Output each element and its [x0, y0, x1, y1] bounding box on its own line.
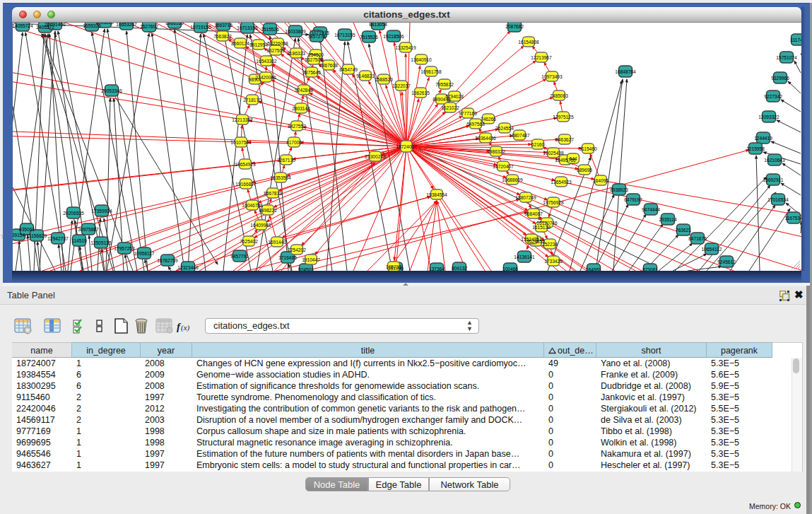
svg-text:8498222: 8498222: [259, 208, 277, 213]
svg-text:1527602: 1527602: [140, 24, 158, 29]
svg-text:1167534: 1167534: [784, 216, 801, 221]
svg-text:417006: 417006: [286, 140, 302, 145]
svg-text:164095: 164095: [593, 178, 608, 183]
svg-text:14136141: 14136141: [514, 255, 535, 259]
svg-text:7254202: 7254202: [288, 247, 306, 252]
svg-text:16210643: 16210643: [764, 158, 785, 163]
svg-text:8938923: 8938923: [610, 187, 628, 192]
svg-text:3267130: 3267130: [277, 158, 295, 163]
svg-text:14055724: 14055724: [13, 23, 33, 28]
svg-text:17016534: 17016534: [767, 197, 789, 202]
svg-text:8567833: 8567833: [264, 191, 282, 196]
svg-text:16033809: 16033809: [285, 29, 306, 34]
svg-text:1322037: 1322037: [392, 83, 411, 88]
svg-text:1691440: 1691440: [268, 240, 286, 245]
svg-text:9327508: 9327508: [305, 57, 323, 62]
svg-text:53226058: 53226058: [267, 41, 288, 46]
svg-text:9684067: 9684067: [524, 211, 543, 216]
svg-text:7625402: 7625402: [240, 239, 258, 244]
svg-text:9329966: 9329966: [771, 76, 789, 81]
svg-text:644: 644: [569, 156, 577, 161]
svg-text:1733426: 1733426: [544, 259, 563, 264]
svg-text:2087682: 2087682: [505, 24, 524, 29]
svg-text:8454749: 8454749: [339, 67, 358, 72]
svg-text:1615132: 1615132: [532, 225, 551, 230]
svg-text:2935114: 2935114: [659, 217, 677, 222]
svg-text:13524851: 13524851: [521, 237, 542, 242]
svg-text:10807487: 10807487: [509, 133, 530, 138]
svg-text:746266: 746266: [481, 117, 496, 122]
svg-text:39154: 39154: [13, 233, 25, 238]
svg-text:1588520: 1588520: [375, 77, 393, 82]
svg-text:10025438: 10025438: [543, 151, 564, 156]
svg-text:19218506: 19218506: [383, 34, 404, 39]
svg-text:2718170: 2718170: [243, 98, 261, 103]
svg-text:(x): (x): [181, 323, 190, 332]
svg-text:1903319: 1903319: [95, 23, 114, 25]
svg-text:12975125: 12975125: [553, 115, 574, 119]
svg-text:7485063: 7485063: [550, 93, 568, 98]
svg-text:8813054: 8813054: [369, 23, 387, 27]
svg-text:16782759: 16782759: [157, 258, 178, 263]
svg-text:9227342: 9227342: [764, 94, 782, 99]
svg-text:11156829: 11156829: [27, 233, 47, 238]
svg-text:18807249: 18807249: [515, 195, 536, 200]
svg-text:12213382: 12213382: [232, 117, 253, 122]
svg-text:111745: 111745: [790, 37, 801, 42]
svg-text:23300273: 23300273: [365, 154, 386, 159]
svg-text:10653267: 10653267: [116, 23, 137, 27]
svg-text:8186323: 8186323: [287, 51, 305, 56]
svg-text:16961758: 16961758: [420, 69, 442, 74]
svg-text:3716485: 3716485: [278, 255, 297, 260]
svg-text:12093322: 12093322: [758, 115, 779, 119]
svg-text:15692911: 15692911: [763, 177, 784, 182]
svg-text:9327509: 9327509: [266, 48, 285, 53]
svg-text:16353594: 16353594: [270, 175, 291, 180]
svg-text:19384554: 19384554: [426, 192, 447, 197]
svg-text:10719155: 10719155: [190, 25, 211, 30]
svg-text:19654923: 19654923: [235, 162, 256, 167]
svg-text:13325419: 13325419: [395, 45, 416, 50]
svg-text:1362615: 1362615: [411, 90, 430, 95]
svg-text:689695: 689695: [577, 168, 592, 173]
svg-text:9242848: 9242848: [295, 88, 313, 93]
svg-text:8427552: 8427552: [288, 124, 306, 129]
svg-text:804132: 804132: [452, 266, 467, 271]
svg-text:2803144: 2803144: [292, 106, 310, 111]
svg-text:3875645: 3875645: [302, 70, 321, 75]
svg-text:8471676: 8471676: [688, 236, 707, 241]
svg-text:10107544: 10107544: [230, 140, 252, 145]
svg-text:16543362: 16543362: [256, 59, 277, 64]
svg-text:20053346: 20053346: [101, 88, 122, 93]
svg-text:7857274: 7857274: [307, 34, 326, 39]
svg-text:8660124: 8660124: [231, 41, 249, 46]
svg-text:9245612: 9245612: [717, 259, 736, 264]
svg-text:10688609: 10688609: [502, 177, 523, 182]
svg-text:12942737: 12942737: [47, 236, 69, 241]
svg-text:1910447: 1910447: [302, 257, 320, 262]
svg-text:6966160: 6966160: [165, 23, 184, 25]
svg-text:12505135: 12505135: [90, 240, 112, 245]
svg-text:10973493: 10973493: [541, 74, 563, 79]
svg-text:114519: 114519: [71, 238, 87, 243]
svg-text:15720407: 15720407: [493, 164, 514, 169]
svg-text:30975867: 30975867: [78, 227, 99, 232]
svg-text:16046788: 16046788: [242, 203, 263, 208]
svg-text:17957253: 17957253: [114, 246, 135, 251]
svg-text:7663822: 7663822: [213, 34, 232, 39]
svg-text:10958117: 10958117: [134, 251, 155, 256]
svg-text:252234: 252234: [542, 242, 558, 247]
svg-text:254600: 254600: [308, 52, 324, 57]
svg-text:7515526: 7515526: [360, 35, 378, 40]
svg-text:12323446: 12323446: [177, 265, 199, 270]
svg-text:435061: 435061: [19, 227, 35, 232]
svg-text:20206535: 20206535: [63, 211, 84, 216]
svg-text:7515526: 7515526: [261, 27, 279, 32]
svg-text:8912954: 8912954: [249, 42, 268, 47]
svg-text:16848784: 16848784: [615, 69, 636, 74]
svg-text:20364436: 20364436: [475, 136, 496, 141]
svg-text:13640910: 13640910: [411, 57, 432, 62]
svg-text:27420046: 27420046: [255, 75, 276, 80]
svg-text:1663716: 1663716: [214, 23, 233, 28]
svg-text:9115460: 9115460: [579, 146, 597, 151]
